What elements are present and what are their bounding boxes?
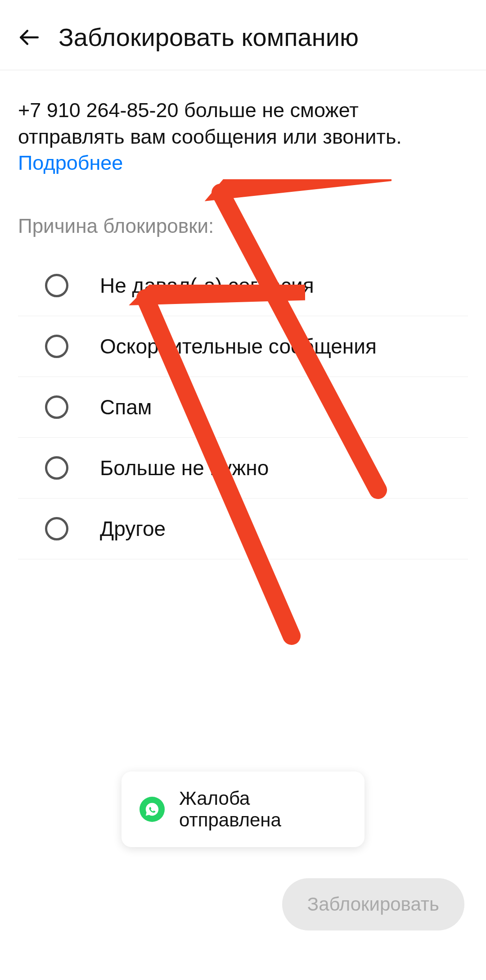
learn-more-link[interactable]: Подробнее	[18, 151, 123, 174]
radio-icon	[45, 395, 68, 419]
radio-icon	[45, 274, 68, 297]
content: +7 910 264-85-20 больше не сможет отправ…	[0, 70, 486, 559]
section-label: Причина блокировки:	[18, 215, 468, 237]
option-no-consent[interactable]: Не давал(-а) согласия	[18, 255, 468, 316]
radio-icon	[45, 335, 68, 358]
toast-text: Жалоба отправлена	[179, 788, 338, 831]
option-offensive[interactable]: Оскорбительные сообщения	[18, 316, 468, 377]
option-label: Спам	[100, 395, 152, 419]
option-spam[interactable]: Спам	[18, 377, 468, 438]
info-text-body: +7 910 264-85-20 больше не сможет отправ…	[18, 99, 402, 148]
option-label: Не давал(-а) согласия	[100, 273, 314, 298]
option-other[interactable]: Другое	[18, 499, 468, 559]
toast: Жалоба отправлена	[122, 771, 364, 847]
block-button[interactable]: Заблокировать	[282, 878, 464, 930]
page-title: Заблокировать компанию	[58, 23, 359, 52]
option-label: Больше не нужно	[100, 456, 269, 480]
info-text: +7 910 264-85-20 больше не сможет отправ…	[18, 97, 468, 177]
screen-root: Заблокировать компанию +7 910 264-85-20 …	[0, 0, 486, 980]
back-icon[interactable]	[18, 26, 40, 49]
radio-icon	[45, 456, 68, 480]
whatsapp-icon	[140, 797, 165, 822]
option-no-longer-needed[interactable]: Больше не нужно	[18, 438, 468, 499]
option-label: Оскорбительные сообщения	[100, 334, 377, 358]
options-list: Не давал(-а) согласия Оскорбительные соо…	[18, 255, 468, 559]
header: Заблокировать компанию	[0, 0, 486, 70]
option-label: Другое	[100, 517, 166, 541]
radio-icon	[45, 517, 68, 540]
